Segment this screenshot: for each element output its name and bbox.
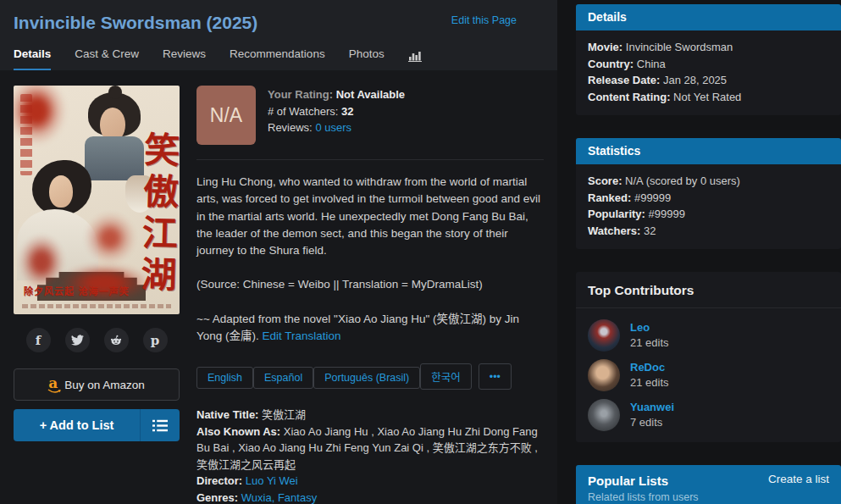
- details-row: Country: China: [588, 56, 829, 73]
- pinterest-icon: p: [151, 333, 160, 348]
- reviews-label: Reviews:: [268, 121, 313, 134]
- watchers-label: # of Watchers:: [268, 105, 338, 118]
- rating-summary: N/A Your Rating: Not Available # of Watc…: [196, 86, 544, 160]
- avatar[interactable]: [588, 319, 620, 352]
- genres-row: Genres: WuxiaFantasy: [196, 490, 544, 504]
- add-to-list-button[interactable]: + Add to List: [14, 409, 180, 441]
- genre-link[interactable]: Wuxia: [241, 491, 278, 504]
- popular-lists-box: Popular Lists Related lists from users C…: [576, 465, 841, 504]
- list-icon: [152, 419, 168, 432]
- tab-recommendations[interactable]: Recommendations: [230, 47, 325, 70]
- avatar[interactable]: [588, 359, 620, 391]
- more-languages-button[interactable]: •••: [479, 363, 512, 390]
- movie-poster[interactable]: 笑傲江湖 除夕风云起 沧海一声笑: [14, 86, 180, 314]
- contributor-name-link[interactable]: Leo: [630, 320, 669, 335]
- details-box: Details Movie: Invincible Swordsman Coun…: [576, 4, 841, 115]
- details-box-title: Details: [576, 4, 841, 30]
- buy-on-amazon-label: Buy on Amazon: [64, 379, 145, 391]
- contributor-row: ReDoc 21 edits: [588, 359, 829, 391]
- top-contributors-title: Top Contributors: [576, 272, 841, 308]
- native-title-row: Native Title: 笑傲江湖: [196, 407, 544, 424]
- details-row: Release Date: Jan 28, 2025: [588, 72, 829, 89]
- contributor-edits: 7 edits: [630, 415, 674, 430]
- poster-tagline: 除夕风云起 沧海一声笑: [24, 284, 130, 297]
- watchers-value: 32: [341, 105, 353, 118]
- add-to-list-label[interactable]: + Add to List: [14, 409, 140, 441]
- avatar[interactable]: [588, 399, 620, 431]
- contributor-name-link[interactable]: ReDoc: [630, 360, 669, 375]
- translation-language-buttons: EnglishEspañolPortuguês (Brasil)한국어 •••: [196, 363, 544, 390]
- share-pinterest-button[interactable]: p: [143, 328, 168, 352]
- contributor-name-link[interactable]: Yuanwei: [630, 400, 674, 415]
- language-button[interactable]: Português (Brasil): [313, 367, 420, 389]
- share-facebook-button[interactable]: f: [26, 328, 51, 352]
- tab-cast-crew[interactable]: Cast & Crew: [75, 47, 139, 70]
- statistics-row: Watchers: 32: [588, 223, 829, 240]
- contributor-row: Yuanwei 7 edits: [588, 399, 829, 431]
- page-header: Invincible Swordsman (2025) Edit this Pa…: [0, 0, 557, 70]
- poster-side-calligraphy: [20, 94, 32, 175]
- tab-bar: Details Cast & Crew Reviews Recommendati…: [14, 47, 544, 70]
- contributor-edits: 21 edits: [630, 375, 669, 390]
- your-rating-value: Not Available: [336, 88, 405, 101]
- twitter-icon: [71, 334, 84, 346]
- statistics-row: Score: N/A (scored by 0 users): [588, 173, 829, 190]
- language-button[interactable]: English: [196, 367, 253, 389]
- share-twitter-button[interactable]: [65, 328, 90, 352]
- synopsis-source: (Source: Chinese = Weibo || Translation …: [196, 276, 544, 293]
- statistics-box-title: Statistics: [576, 138, 841, 164]
- score-badge: N/A: [196, 86, 256, 145]
- tab-photos[interactable]: Photos: [349, 47, 385, 70]
- synopsis-note: ~~ Adapted from the novel "Xiao Ao Jiang…: [196, 313, 519, 342]
- poster-title-calligraphy: 笑傲江湖: [135, 130, 178, 297]
- native-title-value: 笑傲江湖: [262, 408, 306, 421]
- right-sidebar: Details Movie: Invincible Swordsman Coun…: [576, 4, 841, 504]
- movie-page-card: Invincible Swordsman (2025) Edit this Pa…: [0, 0, 557, 504]
- language-button[interactable]: Español: [253, 367, 313, 389]
- details-row: Movie: Invincible Swordsman: [588, 39, 829, 56]
- director-row: Director: Luo Yi Wei: [196, 473, 544, 490]
- contributor-edits: 21 edits: [630, 335, 669, 351]
- statistics-row: Popularity: #99999: [588, 206, 829, 223]
- popular-lists-title: Popular Lists: [588, 473, 699, 490]
- poster-credits-strip: [22, 304, 171, 308]
- create-a-list-link[interactable]: Create a list: [768, 473, 829, 503]
- top-contributors-box: Top Contributors Leo 21 edits ReDoc 21 e…: [576, 272, 841, 442]
- ellipsis-icon: •••: [490, 371, 501, 383]
- edit-translation-link[interactable]: Edit Translation: [263, 330, 341, 342]
- page-title: Invincible Swordsman (2025): [14, 11, 257, 35]
- language-button[interactable]: 한국어: [420, 363, 472, 390]
- reviews-link[interactable]: 0 users: [315, 121, 351, 134]
- also-known-as-row: Also Known As: Xiao Ao Jiang Hu , Xiao A…: [196, 424, 544, 474]
- share-reddit-button[interactable]: [104, 328, 129, 352]
- movie-meta: Native Title: 笑傲江湖 Also Known As: Xiao A…: [196, 407, 544, 504]
- synopsis: Ling Hu Chong, who wanted to withdraw fr…: [196, 174, 544, 345]
- popular-lists-subtitle: Related lists from users: [588, 491, 699, 503]
- reddit-icon: [109, 334, 123, 347]
- facebook-icon: f: [36, 333, 41, 348]
- tab-reviews[interactable]: Reviews: [163, 47, 206, 70]
- buy-on-amazon-button[interactable]: a Buy on Amazon: [14, 368, 180, 401]
- director-link[interactable]: Luo Yi Wei: [246, 474, 298, 487]
- contributor-row: Leo 21 edits: [588, 319, 829, 352]
- amazon-icon: a: [48, 378, 58, 388]
- tab-stats[interactable]: [408, 50, 422, 70]
- statistics-row: Ranked: #99999: [588, 190, 829, 207]
- synopsis-paragraph: Ling Hu Chong, who wanted to withdraw fr…: [196, 174, 544, 259]
- tab-details[interactable]: Details: [14, 47, 51, 70]
- genre-link[interactable]: Fantasy: [278, 491, 317, 504]
- list-options-button[interactable]: [140, 409, 180, 441]
- statistics-box: Statistics Score: N/A (scored by 0 users…: [576, 138, 841, 249]
- edit-page-link[interactable]: Edit this Page: [451, 14, 517, 26]
- your-rating-label: Your Rating:: [268, 88, 333, 101]
- chart-icon: [408, 50, 422, 62]
- share-buttons: f: [14, 328, 180, 352]
- details-row: Content Rating: Not Yet Rated: [588, 89, 829, 106]
